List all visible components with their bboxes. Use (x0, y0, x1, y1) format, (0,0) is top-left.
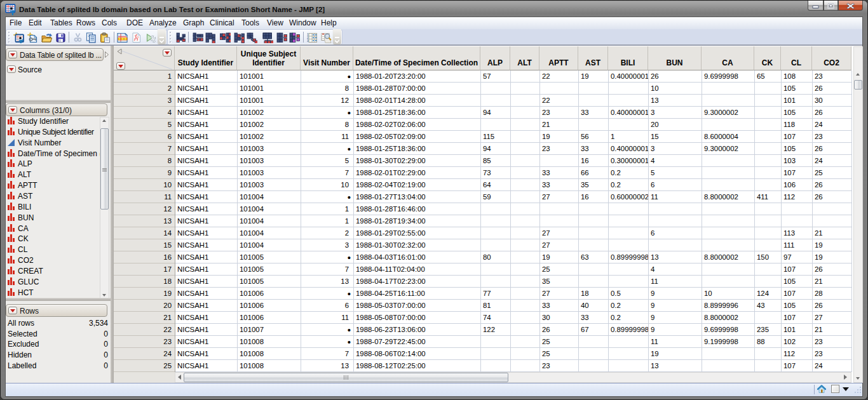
svg-text:3: 3 (307, 39, 309, 43)
